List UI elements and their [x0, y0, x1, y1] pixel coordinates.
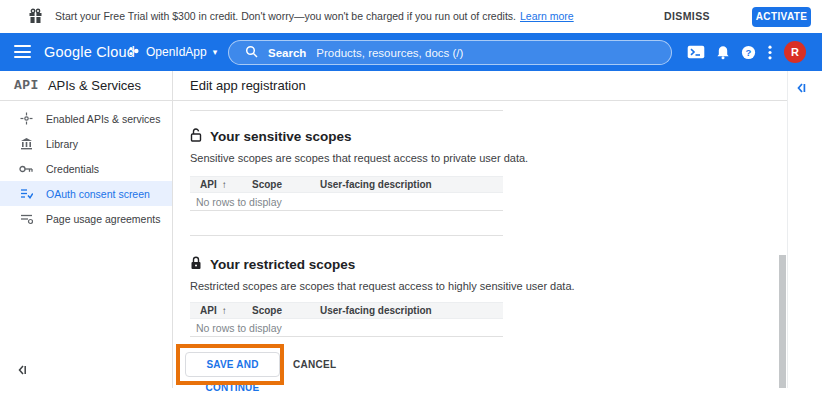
sidebar-item-label: Page usage agreements [46, 213, 160, 225]
panel-collapse-icon[interactable] [795, 80, 807, 98]
restricted-scopes-table: API ↑ Scope User-facing description No r… [190, 302, 503, 337]
section-title-text: Your sensitive scopes [210, 129, 352, 144]
checklist-icon [19, 187, 33, 200]
notifications-bell-icon[interactable] [712, 33, 734, 71]
account-avatar[interactable]: R [784, 41, 806, 63]
project-icon [128, 43, 140, 61]
table-header-row: API ↑ Scope User-facing description [190, 176, 503, 193]
more-options-icon[interactable] [761, 33, 779, 71]
sidebar-item-credentials[interactable]: Credentials [0, 156, 172, 181]
sensitive-scopes-table: API ↑ Scope User-facing description No r… [190, 176, 503, 211]
cancel-button[interactable]: CANCEL [293, 352, 336, 377]
chevron-down-icon: ▾ [213, 47, 218, 57]
column-label: API [200, 179, 217, 190]
sidebar-item-enabled-apis[interactable]: Enabled APIs & services [0, 106, 172, 131]
sidebar-item-oauth-consent-screen[interactable]: OAuth consent screen [0, 181, 172, 206]
search-input[interactable]: Search Products, resources, docs (/) [228, 40, 672, 65]
help-icon[interactable]: ? [737, 33, 759, 71]
column-label: API [200, 305, 217, 316]
menu-icon[interactable] [14, 45, 31, 58]
content-right-divider [787, 71, 788, 388]
section-divider [190, 110, 503, 111]
sensitive-scopes-title: Your sensitive scopes [190, 128, 352, 145]
search-placeholder: Products, resources, docs (/) [316, 47, 463, 59]
project-name: OpenIdApp [146, 45, 207, 59]
sidebar-collapse-icon[interactable] [16, 362, 28, 380]
learn-more-link[interactable]: Learn more [520, 10, 574, 22]
google-cloud-logo[interactable]: Google Cloud [44, 33, 135, 71]
sort-ascending-icon: ↑ [222, 179, 227, 190]
header-divider [0, 100, 787, 101]
banner-message: Start your Free Trial with $300 in credi… [55, 0, 574, 33]
svg-text:?: ? [745, 47, 751, 58]
restricted-scopes-title: Your restricted scopes [190, 256, 355, 273]
search-icon [245, 44, 258, 62]
compass-icon [19, 112, 33, 125]
api-logo: API [14, 78, 39, 93]
section-title-text: Your restricted scopes [210, 257, 355, 272]
column-header-scope[interactable]: Scope [252, 179, 320, 190]
google-cloud-console-window: Start your Free Trial with $300 in credi… [0, 0, 828, 414]
library-icon [19, 137, 33, 150]
lock-icon [190, 256, 202, 273]
lock-open-icon [190, 128, 202, 145]
save-and-continue-button[interactable]: SAVE AND CONTINUE [185, 352, 280, 377]
project-selector[interactable]: OpenIdApp ▾ [128, 41, 217, 63]
cloud-shell-icon[interactable] [684, 33, 708, 71]
sidebar-item-library[interactable]: Library [0, 131, 172, 156]
key-icon [19, 164, 33, 174]
sidebar-divider [172, 71, 173, 388]
sensitive-scopes-description: Sensitive scopes are scopes that request… [190, 152, 528, 164]
empty-table-row: No rows to display [190, 193, 503, 211]
gift-icon [28, 8, 43, 28]
app-bar: Google Cloud OpenIdApp ▾ Search Products… [0, 33, 822, 71]
sidebar-item-label: Enabled APIs & services [46, 113, 160, 125]
sidebar-item-label: OAuth consent screen [46, 188, 150, 200]
column-header-description[interactable]: User-facing description [320, 305, 503, 316]
sidebar-header: API APIs & Services [0, 71, 172, 100]
column-header-api[interactable]: API ↑ [190, 179, 252, 190]
vertical-scrollbar[interactable] [779, 255, 786, 388]
section-divider [190, 235, 503, 236]
empty-table-row: No rows to display [190, 319, 503, 337]
sidebar-item-page-usage-agreements[interactable]: Page usage agreements [0, 206, 172, 231]
sort-ascending-icon: ↑ [222, 305, 227, 316]
dismiss-button[interactable]: DISMISS [664, 0, 710, 33]
page-title: Edit app registration [190, 71, 306, 100]
restricted-scopes-description: Restricted scopes are scopes that reques… [190, 280, 575, 292]
sidebar-title: APIs & Services [48, 78, 141, 93]
column-header-api[interactable]: API ↑ [190, 305, 252, 316]
sidebar-item-label: Credentials [46, 163, 99, 175]
agreements-icon [19, 212, 33, 225]
banner-message-text: Start your Free Trial with $300 in credi… [55, 10, 516, 22]
column-header-scope[interactable]: Scope [252, 305, 320, 316]
free-trial-banner: Start your Free Trial with $300 in credi… [0, 0, 822, 33]
sidebar-item-label: Library [46, 138, 78, 150]
table-header-row: API ↑ Scope User-facing description [190, 302, 503, 319]
column-header-description[interactable]: User-facing description [320, 179, 503, 190]
activate-button[interactable]: ACTIVATE [752, 7, 811, 27]
search-label: Search [268, 47, 306, 59]
